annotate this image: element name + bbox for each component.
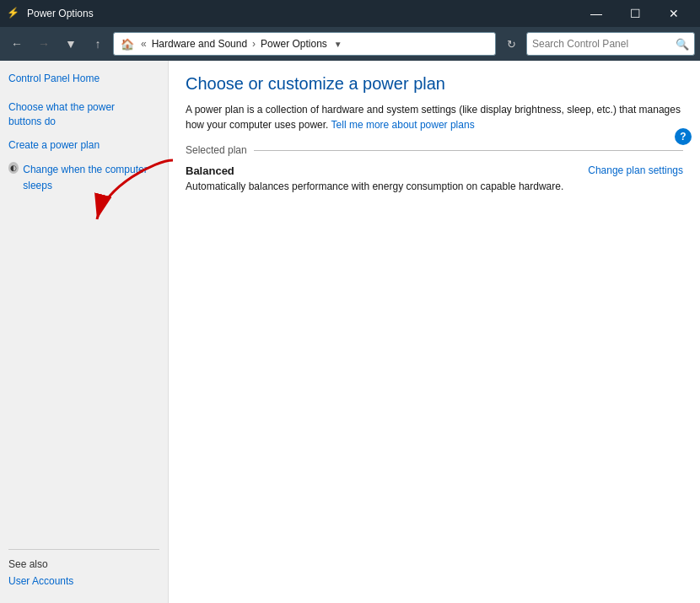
app-icon: ⚡ xyxy=(7,7,20,20)
see-also-label: See also xyxy=(8,558,159,570)
page-title: Choose or customize a power plan xyxy=(186,74,683,94)
content-area: Choose or customize a power plan A power… xyxy=(169,61,700,603)
plan-row: Balanced Change plan settings xyxy=(186,164,683,177)
search-box[interactable]: 🔍 xyxy=(526,32,695,56)
sidebar-user-accounts[interactable]: User Accounts xyxy=(8,573,159,590)
close-button[interactable]: ✕ xyxy=(654,0,693,27)
back-button[interactable]: ← xyxy=(5,32,29,56)
refresh-button[interactable]: ↻ xyxy=(499,32,523,56)
dropdown-button[interactable]: ▼ xyxy=(59,32,83,56)
learn-more-link[interactable]: Tell me more about power plans xyxy=(331,119,475,131)
plan-name: Balanced xyxy=(186,164,234,177)
up-button[interactable]: ↑ xyxy=(86,32,110,56)
forward-button[interactable]: → xyxy=(32,32,56,56)
address-path[interactable]: 🏠 « Hardware and Sound › Power Options ▼ xyxy=(113,32,496,56)
breadcrumb-current: Power Options xyxy=(261,38,327,50)
breadcrumb-parent[interactable]: Hardware and Sound xyxy=(152,38,247,50)
breadcrumb-separator: › xyxy=(252,38,256,50)
sidebar-bottom: See also User Accounts xyxy=(8,549,159,593)
plan-description: Automatically balances performance with … xyxy=(186,180,683,192)
minimize-button[interactable]: — xyxy=(577,0,616,27)
sidebar-item-power-buttons[interactable]: Choose what the powerbuttons do xyxy=(8,100,159,129)
maximize-button[interactable]: ☐ xyxy=(616,0,654,27)
window-controls: — ☐ ✕ xyxy=(577,0,693,27)
search-input[interactable] xyxy=(532,38,672,50)
section-label: Selected plan xyxy=(186,144,247,156)
sidebar-item-create-plan[interactable]: Create a power plan xyxy=(8,137,159,153)
address-bar: ← → ▼ ↑ 🏠 « Hardware and Sound › Power O… xyxy=(0,27,700,61)
intro-text: A power plan is a collection of hardware… xyxy=(186,102,683,132)
title-bar: ⚡ Power Options — ☐ ✕ xyxy=(0,0,700,27)
section-header: Selected plan xyxy=(186,144,683,156)
sidebar-item-change-sleep[interactable]: Change when the computer sleeps xyxy=(23,162,159,194)
change-plan-settings-link[interactable]: Change plan settings xyxy=(588,164,683,176)
address-icon: 🏠 xyxy=(121,38,134,51)
help-icon[interactable]: ? xyxy=(675,128,692,145)
main-container: Control Panel Home Choose what the power… xyxy=(0,61,700,603)
sidebar: Control Panel Home Choose what the power… xyxy=(0,61,169,603)
breadcrumb-prefix: « xyxy=(141,38,147,50)
sleep-icon: ◐ xyxy=(8,162,19,174)
address-dropdown-button[interactable]: ▼ xyxy=(331,40,346,49)
search-icon: 🔍 xyxy=(676,38,689,51)
section-divider xyxy=(254,150,683,151)
sidebar-control-panel-home[interactable]: Control Panel Home xyxy=(8,71,159,87)
window-title: Power Options xyxy=(27,8,570,19)
